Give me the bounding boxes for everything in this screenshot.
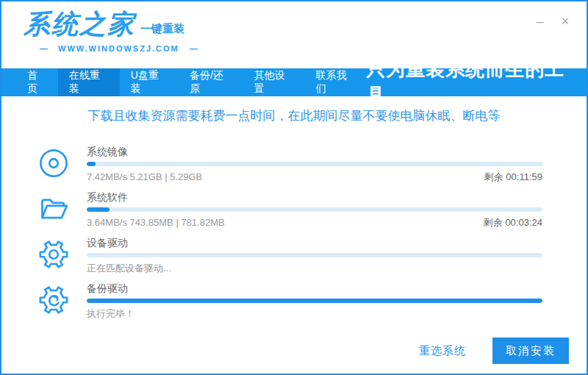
progress-bar xyxy=(87,299,542,303)
progress-bar xyxy=(87,253,542,257)
time-remaining: 剩余 00:03:24 xyxy=(484,216,542,229)
progress-bar xyxy=(87,162,542,166)
gear-sync-icon xyxy=(37,283,71,317)
tab-other-settings[interactable]: 其他设置 xyxy=(243,68,305,96)
dash-right: — xyxy=(190,44,198,53)
website-url: WWW.WINDOWSZJ.COM xyxy=(58,44,179,53)
disc-icon xyxy=(37,146,71,180)
gear-icon xyxy=(37,238,71,271)
task-row-device-driver: 设备驱动 正在匹配设备驱动... xyxy=(37,236,542,275)
tab-home[interactable]: 首页 xyxy=(16,68,58,96)
window-controls: – × xyxy=(534,15,572,28)
progress-fill xyxy=(87,299,542,303)
task-status: 正在匹配设备驱动... xyxy=(87,262,171,275)
logo-title: 系统之家 xyxy=(24,11,135,38)
progress-bar xyxy=(87,207,542,212)
task-status: 执行完毕！ xyxy=(87,307,135,321)
task-label: 设备驱动 xyxy=(87,236,542,249)
nav-bar: 首页 在线重装 U盘重装 备份/还原 其他设置 联系我们 只为重装系统而生的工具 xyxy=(1,68,587,96)
close-icon[interactable]: × xyxy=(559,15,572,28)
app-window: 系统之家 一键重装 — WWW.WINDOWSZJ.COM — – × 首页 在… xyxy=(0,0,588,375)
tab-contact-us[interactable]: 联系我们 xyxy=(304,68,366,96)
task-status: 7.42MB/s 5.21GB | 5.29GB xyxy=(87,171,202,184)
task-row-system-image: 系统镜像 7.42MB/s 5.21GB | 5.29GB 剩余 00:11:5… xyxy=(37,145,542,184)
task-status: 3.64MB/s 743.85MB | 781.82MB xyxy=(87,216,225,229)
footer: 重选系统 取消安装 xyxy=(1,328,587,374)
tab-usb-reinstall[interactable]: U盘重装 xyxy=(120,68,179,96)
tab-online-reinstall[interactable]: 在线重装 xyxy=(58,68,120,96)
header: 系统之家 一键重装 — WWW.WINDOWSZJ.COM — – × xyxy=(1,1,587,68)
task-label: 系统软件 xyxy=(87,190,542,204)
logo: 系统之家 一键重装 — WWW.WINDOWSZJ.COM — xyxy=(24,11,208,53)
task-row-system-software: 系统软件 3.64MB/s 743.85MB | 781.82MB 剩余 00:… xyxy=(37,190,542,229)
reselect-system-button[interactable]: 重选系统 xyxy=(415,343,470,359)
website-line: — WWW.WINDOWSZJ.COM — xyxy=(24,44,208,53)
folder-icon xyxy=(37,192,71,226)
minimize-icon[interactable]: – xyxy=(534,15,547,28)
notice-text: 下载且收集资源需要耗费一点时间，在此期间尽量不要使电脑休眠、断电等 xyxy=(1,96,587,135)
logo-subtitle: 一键重装 xyxy=(140,22,184,36)
nav-slogan: 只为重装系统而生的工具 xyxy=(366,68,587,96)
progress-fill xyxy=(87,207,110,212)
tab-backup-restore[interactable]: 备份/还原 xyxy=(179,68,243,96)
progress-fill xyxy=(87,162,96,166)
dash-left: — xyxy=(40,44,48,53)
task-label: 系统镜像 xyxy=(87,145,542,158)
task-row-backup-driver: 备份驱动 执行完毕！ xyxy=(37,282,542,321)
task-list: 系统镜像 7.42MB/s 5.21GB | 5.29GB 剩余 00:11:5… xyxy=(1,135,587,328)
cancel-install-button[interactable]: 取消安装 xyxy=(492,338,569,364)
time-remaining: 剩余 00:11:59 xyxy=(484,171,542,184)
task-label: 备份驱动 xyxy=(87,282,542,295)
